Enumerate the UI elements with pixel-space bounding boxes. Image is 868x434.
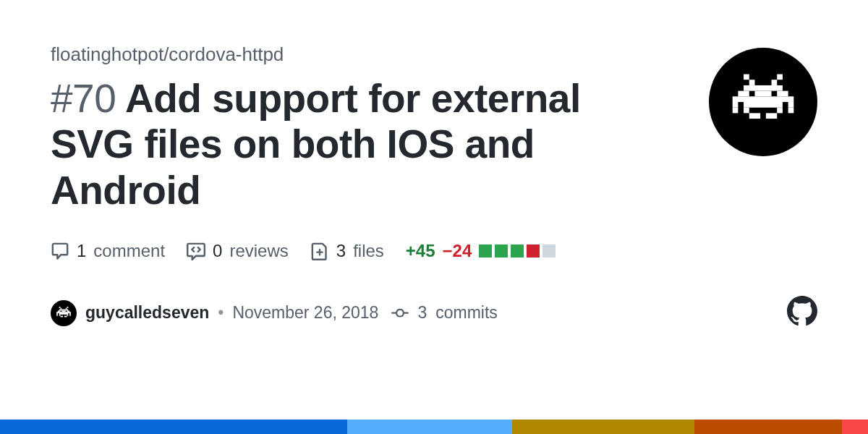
svg-rect-22	[59, 309, 69, 310]
files-count: 3	[336, 241, 346, 261]
svg-rect-29	[69, 313, 71, 315]
separator-dot: •	[218, 303, 224, 323]
comments-stat[interactable]: 1 comment	[51, 241, 165, 261]
svg-rect-35	[64, 315, 67, 317]
svg-rect-9	[733, 102, 739, 108]
diff-square	[511, 244, 524, 258]
svg-rect-27	[56, 313, 58, 315]
svg-rect-5	[738, 91, 749, 97]
invader-icon	[727, 73, 799, 131]
svg-rect-13	[744, 108, 749, 114]
language-segment	[512, 420, 694, 434]
svg-rect-15	[788, 108, 794, 114]
code-review-icon	[187, 242, 205, 260]
svg-rect-12	[733, 108, 739, 114]
svg-rect-16	[749, 113, 760, 119]
svg-rect-3	[772, 80, 778, 85]
svg-rect-21	[66, 308, 67, 310]
svg-rect-0	[744, 75, 749, 80]
svg-rect-11	[788, 102, 794, 108]
commits-label: commits	[435, 303, 498, 323]
diff-stat: +45 −24	[406, 241, 556, 261]
diff-square	[527, 244, 540, 258]
reviews-label: reviews	[229, 241, 288, 261]
file-diff-icon	[310, 242, 329, 260]
language-segment	[694, 420, 842, 434]
github-logo[interactable]	[787, 296, 817, 331]
svg-rect-34	[61, 315, 64, 317]
svg-rect-23	[58, 310, 61, 312]
commits-count: 3	[417, 303, 427, 323]
files-stat[interactable]: 3 files	[310, 241, 384, 261]
repo-path[interactable]: floatinghotpot/cordova-httpd	[51, 43, 644, 66]
stats-row: 1 comment 0 reviews 3 files +45 −24	[51, 241, 817, 261]
additions: +45	[406, 241, 435, 261]
meta-left: guycalledseven • November 26, 2018 3 com…	[51, 300, 498, 326]
pr-title: #70 Add support for external SVG files o…	[51, 76, 644, 213]
svg-rect-32	[67, 315, 69, 316]
github-icon	[787, 296, 817, 326]
comments-count: 1	[77, 241, 86, 261]
svg-rect-30	[56, 315, 58, 316]
diff-square	[479, 244, 492, 258]
author-avatar[interactable]	[51, 300, 77, 326]
date: November 26, 2018	[232, 303, 378, 323]
svg-rect-6	[754, 91, 771, 97]
svg-rect-17	[766, 113, 777, 119]
svg-rect-20	[61, 308, 62, 310]
svg-rect-28	[59, 313, 69, 315]
reviews-count: 0	[213, 241, 222, 261]
pr-number-hash: #	[51, 76, 72, 121]
svg-rect-10	[744, 102, 783, 108]
language-segment	[842, 420, 868, 434]
svg-rect-19	[67, 307, 69, 308]
diff-square	[542, 244, 556, 258]
svg-rect-33	[69, 315, 71, 316]
files-label: files	[353, 241, 384, 261]
svg-rect-14	[777, 108, 783, 114]
svg-rect-8	[733, 96, 794, 102]
invader-icon	[55, 307, 72, 320]
svg-rect-4	[744, 85, 783, 91]
svg-rect-18	[59, 307, 61, 308]
language-segment	[347, 420, 512, 434]
svg-rect-2	[749, 80, 755, 85]
pr-number: 70	[72, 76, 116, 121]
svg-rect-24	[61, 310, 65, 312]
svg-rect-26	[56, 312, 71, 313]
language-segment	[0, 420, 347, 434]
svg-rect-1	[777, 75, 783, 80]
pr-title-text: Add support for external SVG files on bo…	[51, 76, 581, 213]
repo-avatar[interactable]	[709, 48, 817, 156]
comment-icon	[51, 242, 69, 260]
deletions: −24	[443, 241, 472, 261]
svg-rect-31	[59, 315, 61, 316]
svg-rect-7	[777, 91, 788, 97]
svg-rect-25	[67, 310, 70, 312]
author-name[interactable]: guycalledseven	[85, 303, 209, 323]
language-bar	[0, 420, 868, 434]
diff-square	[495, 244, 508, 258]
reviews-stat[interactable]: 0 reviews	[187, 241, 289, 261]
commit-icon	[391, 305, 409, 322]
comments-label: comment	[93, 241, 165, 261]
diff-squares	[479, 244, 556, 258]
